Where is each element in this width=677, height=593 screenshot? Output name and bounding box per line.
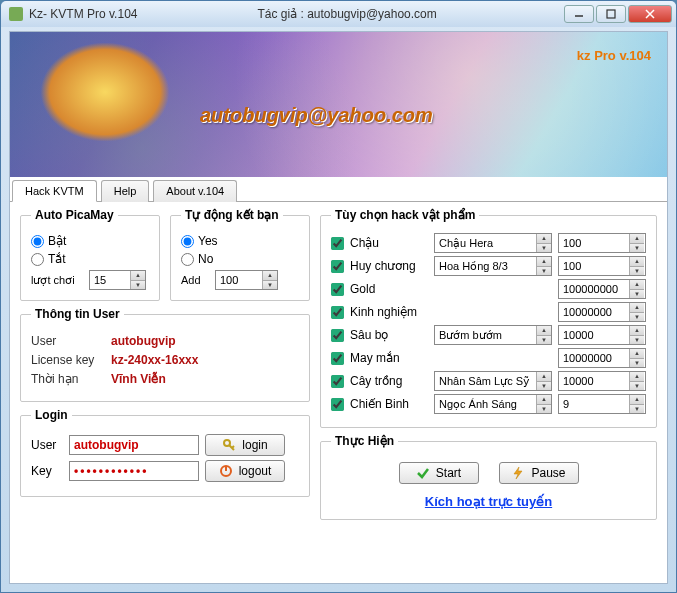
tab-help[interactable]: Help bbox=[101, 180, 150, 202]
hack-row: Chiến BinhNgọc Ánh Sáng▲▼▲▼ bbox=[331, 394, 646, 414]
chevron-up-icon[interactable]: ▲ bbox=[537, 234, 551, 244]
hack-checkbox[interactable] bbox=[331, 260, 344, 273]
spin-up-icon[interactable]: ▲ bbox=[131, 271, 145, 281]
hack-checkbox[interactable] bbox=[331, 398, 344, 411]
hack-checkbox[interactable] bbox=[331, 283, 344, 296]
chevron-up-icon[interactable]: ▲ bbox=[537, 372, 551, 382]
chevron-down-icon[interactable]: ▼ bbox=[537, 336, 551, 345]
hack-value-spinner[interactable]: ▲▼ bbox=[558, 348, 646, 368]
hack-value-spinner[interactable]: ▲▼ bbox=[558, 302, 646, 322]
hack-checkbox[interactable] bbox=[331, 306, 344, 319]
radio-friend-yes-input[interactable] bbox=[181, 235, 194, 248]
legend-picamay: Auto PicaMay bbox=[31, 208, 118, 222]
radio-picamay-off-input[interactable] bbox=[31, 253, 44, 266]
chevron-down-icon[interactable]: ▼ bbox=[537, 405, 551, 414]
input-login-user[interactable] bbox=[69, 435, 199, 455]
hack-label: May mắn bbox=[350, 351, 428, 365]
spin-down-icon[interactable]: ▼ bbox=[630, 290, 644, 299]
hack-combo[interactable]: Hoa Hồng 8/3▲▼ bbox=[434, 256, 552, 276]
hack-combo[interactable]: Chậu Hera▲▼ bbox=[434, 233, 552, 253]
start-button[interactable]: Start bbox=[399, 462, 479, 484]
radio-friend-no[interactable]: No bbox=[181, 252, 299, 266]
hack-checkbox[interactable] bbox=[331, 375, 344, 388]
label-expire: Thời hạn bbox=[31, 372, 111, 386]
spin-down-icon[interactable]: ▼ bbox=[630, 267, 644, 276]
hack-value-input[interactable] bbox=[559, 372, 629, 390]
group-hack-options: Tùy chọn hack vật phẩm ChậuChậu Hera▲▼▲▼… bbox=[320, 208, 657, 428]
hack-combo-value: Chậu Hera bbox=[435, 234, 536, 252]
spinner-friend-add[interactable]: ▲▼ bbox=[215, 270, 278, 290]
spin-down-icon[interactable]: ▼ bbox=[131, 281, 145, 290]
value-license: kz-240xx-16xxx bbox=[111, 353, 198, 367]
spin-up-icon[interactable]: ▲ bbox=[630, 303, 644, 313]
titlebar[interactable]: Kz- KVTM Pro v.104 Tác giả : autobugvip@… bbox=[1, 1, 676, 27]
logout-button[interactable]: logout bbox=[205, 460, 285, 482]
chevron-up-icon[interactable]: ▲ bbox=[537, 395, 551, 405]
spin-up-icon[interactable]: ▲ bbox=[263, 271, 277, 281]
hack-value-spinner[interactable]: ▲▼ bbox=[558, 233, 646, 253]
close-icon bbox=[645, 9, 655, 19]
radio-picamay-on-input[interactable] bbox=[31, 235, 44, 248]
maximize-button[interactable] bbox=[596, 5, 626, 23]
spin-down-icon[interactable]: ▼ bbox=[630, 405, 644, 414]
hack-value-input[interactable] bbox=[559, 349, 629, 367]
input-login-key[interactable] bbox=[69, 461, 199, 481]
hack-checkbox[interactable] bbox=[331, 237, 344, 250]
value-expire: Vĩnh Viễn bbox=[111, 372, 166, 386]
spin-down-icon[interactable]: ▼ bbox=[630, 336, 644, 345]
hack-value-spinner[interactable]: ▲▼ bbox=[558, 325, 646, 345]
spin-up-icon[interactable]: ▲ bbox=[630, 234, 644, 244]
hack-value-input[interactable] bbox=[559, 303, 629, 321]
close-button[interactable] bbox=[628, 5, 672, 23]
minimize-button[interactable] bbox=[564, 5, 594, 23]
hack-value-spinner[interactable]: ▲▼ bbox=[558, 256, 646, 276]
spin-up-icon[interactable]: ▲ bbox=[630, 395, 644, 405]
power-icon bbox=[219, 464, 233, 478]
spin-up-icon[interactable]: ▲ bbox=[630, 280, 644, 290]
hack-combo[interactable]: Bướm bướm▲▼ bbox=[434, 325, 552, 345]
hack-checkbox[interactable] bbox=[331, 329, 344, 342]
hack-value-input[interactable] bbox=[559, 257, 629, 275]
hack-label: Kinh nghiệm bbox=[350, 305, 428, 319]
input-plays[interactable] bbox=[90, 271, 130, 289]
spin-up-icon[interactable]: ▲ bbox=[630, 326, 644, 336]
radio-picamay-on[interactable]: Bật bbox=[31, 234, 149, 248]
hack-value-spinner[interactable]: ▲▼ bbox=[558, 371, 646, 391]
login-button[interactable]: login bbox=[205, 434, 285, 456]
chevron-up-icon[interactable]: ▲ bbox=[537, 257, 551, 267]
hack-row: Sâu bọBướm bướm▲▼▲▼ bbox=[331, 325, 646, 345]
spin-down-icon[interactable]: ▼ bbox=[630, 359, 644, 368]
spin-up-icon[interactable]: ▲ bbox=[630, 372, 644, 382]
pause-button[interactable]: Pause bbox=[499, 462, 579, 484]
hack-value-input[interactable] bbox=[559, 395, 629, 413]
hack-value-input[interactable] bbox=[559, 280, 629, 298]
hack-value-spinner[interactable]: ▲▼ bbox=[558, 279, 646, 299]
hack-value-input[interactable] bbox=[559, 234, 629, 252]
spin-up-icon[interactable]: ▲ bbox=[630, 349, 644, 359]
hack-row: ChậuChậu Hera▲▼▲▼ bbox=[331, 233, 646, 253]
spin-down-icon[interactable]: ▼ bbox=[630, 313, 644, 322]
spinner-plays[interactable]: ▲▼ bbox=[89, 270, 146, 290]
radio-picamay-off[interactable]: Tắt bbox=[31, 252, 149, 266]
spin-down-icon[interactable]: ▼ bbox=[263, 281, 277, 290]
chevron-down-icon[interactable]: ▼ bbox=[537, 382, 551, 391]
hack-combo[interactable]: Nhân Sâm Lực Sỹ▲▼ bbox=[434, 371, 552, 391]
chevron-up-icon[interactable]: ▲ bbox=[537, 326, 551, 336]
radio-friend-no-input[interactable] bbox=[181, 253, 194, 266]
radio-friend-yes[interactable]: Yes bbox=[181, 234, 299, 248]
hack-value-input[interactable] bbox=[559, 326, 629, 344]
spin-down-icon[interactable]: ▼ bbox=[630, 244, 644, 253]
tab-hack-kvtm[interactable]: Hack KVTM bbox=[12, 180, 97, 202]
input-friend-add[interactable] bbox=[216, 271, 262, 289]
tab-about[interactable]: About v.104 bbox=[153, 180, 237, 202]
spin-up-icon[interactable]: ▲ bbox=[630, 257, 644, 267]
hack-checkbox[interactable] bbox=[331, 352, 344, 365]
hack-combo[interactable]: Ngọc Ánh Sáng▲▼ bbox=[434, 394, 552, 414]
hack-value-spinner[interactable]: ▲▼ bbox=[558, 394, 646, 414]
hack-label: Cây trồng bbox=[350, 374, 428, 388]
chevron-down-icon[interactable]: ▼ bbox=[537, 267, 551, 276]
activate-link[interactable]: Kích hoạt trực tuyến bbox=[331, 494, 646, 509]
spin-down-icon[interactable]: ▼ bbox=[630, 382, 644, 391]
chevron-down-icon[interactable]: ▼ bbox=[537, 244, 551, 253]
hack-row: Cây trồngNhân Sâm Lực Sỹ▲▼▲▼ bbox=[331, 371, 646, 391]
